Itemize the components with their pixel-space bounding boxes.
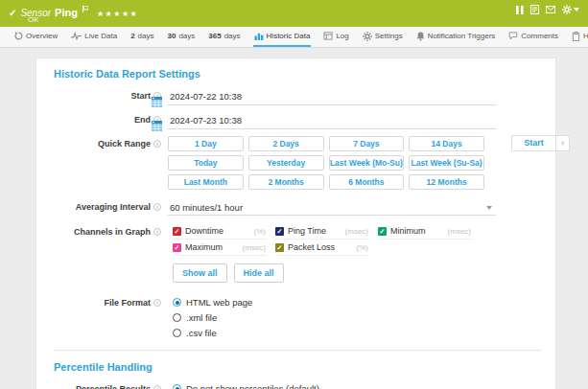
tab-comments[interactable]: Comments <box>507 27 559 47</box>
settings-dropdown-icon[interactable] <box>562 5 579 14</box>
end-label: End <box>134 115 151 125</box>
averaging-interval-select[interactable]: 60 minutes/1 hour <box>168 199 496 216</box>
tab-settings[interactable]: Settings <box>362 27 404 47</box>
hide-all-button[interactable]: Hide all <box>234 263 284 283</box>
email-icon[interactable] <box>546 6 555 13</box>
tab-historic-data[interactable]: Historic Data <box>253 27 312 47</box>
log-icon <box>323 32 333 40</box>
quick-range-1-day-button[interactable]: 1 Day <box>168 136 244 151</box>
show-all-button[interactable]: Show all <box>173 263 227 283</box>
pause-icon[interactable] <box>516 6 524 14</box>
averaging-interval-row: Averaging Interval i 60 minutes/1 hour <box>54 199 555 216</box>
quick-range-2-months-button[interactable]: 2 Months <box>248 174 324 190</box>
section-title-historic: Historic Data Report Settings <box>54 68 555 80</box>
radio-do-not-show-percentiles[interactable]: Do not show percentiles (default) <box>173 383 496 389</box>
radio-unselected-icon <box>173 329 181 337</box>
file-format-options: HTML web page .xml file .csv file <box>168 295 496 338</box>
tab-bar: Overview Live Data 2 days 30 days 365 da… <box>0 27 588 48</box>
info-icon[interactable]: i <box>153 203 161 211</box>
radio-csv-file[interactable]: .csv file <box>173 328 496 338</box>
channel-downtime: Downtime (%) <box>173 224 267 240</box>
radio-html-web-page[interactable]: HTML web page <box>173 297 496 308</box>
priority-stars[interactable]: ★★★★★ <box>97 10 138 18</box>
radio-xml-file[interactable]: .xml file <box>173 312 496 323</box>
checkbox-checked-icon[interactable] <box>173 227 181 236</box>
info-icon[interactable]: i <box>153 140 161 148</box>
start-datetime-input[interactable]: 2024-07-22 10:38 <box>168 88 496 105</box>
comments-icon <box>508 32 518 40</box>
quick-range-last-week-su-sa-button[interactable]: Last Week (Su-Sa) <box>409 155 484 171</box>
quick-range-yesterday-button[interactable]: Yesterday <box>248 155 324 171</box>
start-label: Start <box>130 91 151 101</box>
radio-unselected-icon <box>173 313 181 322</box>
caret-down-icon <box>574 8 579 11</box>
radio-selected-icon <box>173 384 181 389</box>
end-datetime-input[interactable]: 2024-07-23 10:38 <box>168 112 496 129</box>
tab-notification-triggers[interactable]: Notification Triggers <box>415 27 497 47</box>
section-title-percentile: Percentile Handling <box>54 361 555 373</box>
bell-icon <box>416 32 425 41</box>
checkbox-checked-icon[interactable] <box>275 243 284 252</box>
sensor-status: OK <box>28 15 39 24</box>
tab-2-days[interactable]: 2 days <box>129 27 154 47</box>
quick-range-row: Quick Range i 1 Day 2 Days 7 Days 14 Day… <box>54 136 555 190</box>
percentile-results-label: Percentile Results <box>76 384 151 389</box>
tab-live-data[interactable]: Live Data <box>70 27 118 47</box>
channel-ping-time: Ping Time (msec) <box>275 224 369 240</box>
history-icon <box>572 32 580 41</box>
percentile-options: Do not show percentiles (default) Show p… <box>168 381 496 389</box>
info-icon[interactable]: i <box>153 228 161 236</box>
end-row: End i 2024-07-23 10:38 <box>54 112 555 129</box>
tab-log[interactable]: Log <box>322 27 349 47</box>
percentile-results-row: Percentile Results i Do not show percent… <box>54 381 555 389</box>
quick-range-last-week-mo-su-button[interactable]: Last Week (Mo-Su) <box>329 155 405 171</box>
tab-30-days[interactable]: 30 days <box>167 27 197 47</box>
historic-data-settings-card: Historic Data Report Settings Start i 20… <box>35 57 556 389</box>
channels-label: Channels in Graph <box>74 227 151 237</box>
section-divider <box>54 350 542 351</box>
quick-range-12-months-button[interactable]: 12 Months <box>409 174 484 190</box>
historic-data-icon <box>254 32 264 40</box>
checkbox-checked-icon[interactable] <box>275 227 284 236</box>
sensor-header: ✓ Sensor Ping ★★★★★ OK <box>0 0 588 27</box>
status-ok-check-icon: ✓ <box>9 8 16 18</box>
info-icon[interactable]: i <box>153 385 161 389</box>
tab-365-days[interactable]: 365 days <box>207 27 241 47</box>
live-data-icon <box>71 32 82 40</box>
quick-range-6-months-button[interactable]: 6 Months <box>329 174 405 190</box>
chevron-right-icon[interactable]: › <box>556 135 570 151</box>
checkbox-checked-icon[interactable] <box>378 227 387 236</box>
gear-icon <box>363 32 372 41</box>
tab-history[interactable]: History <box>571 27 588 47</box>
channels-row: Channels in Graph i Downtime (%) Ping Ti… <box>54 224 555 283</box>
averaging-interval-label: Averaging Interval <box>76 202 151 212</box>
quick-range-7-days-button[interactable]: 7 Days <box>329 136 405 151</box>
chevron-down-icon <box>486 206 492 210</box>
quick-range-today-button[interactable]: Today <box>168 155 244 171</box>
channel-minimum: Minimum (msec) <box>378 224 472 240</box>
quick-range-last-month-button[interactable]: Last Month <box>168 174 244 190</box>
channel-packet-loss: Packet Loss (%) <box>275 240 369 256</box>
file-format-label: File Format <box>104 298 151 308</box>
report-icon[interactable] <box>530 5 539 14</box>
quick-range-14-days-button[interactable]: 14 Days <box>409 136 484 151</box>
radio-selected-icon <box>173 298 181 307</box>
start-report-button[interactable]: Start <box>511 135 556 151</box>
channel-checkbox-grid: Downtime (%) Ping Time (msec) Minimum (m… <box>168 224 496 256</box>
quick-range-2-days-button[interactable]: 2 Days <box>248 136 324 151</box>
calendar-icon[interactable] <box>152 118 162 135</box>
channel-maximum: Maximum (msec) <box>173 240 267 256</box>
checkbox-checked-icon[interactable] <box>173 243 181 252</box>
sensor-name: Ping <box>55 7 78 18</box>
info-icon[interactable]: i <box>153 299 161 307</box>
overview-icon <box>14 32 23 40</box>
quick-range-buttons: 1 Day 2 Days 7 Days 14 Days Today Yester… <box>168 136 484 190</box>
start-row: Start i 2024-07-22 10:38 <box>54 88 555 105</box>
quick-range-label: Quick Range <box>98 139 151 149</box>
calendar-icon[interactable] <box>152 94 162 111</box>
tab-overview[interactable]: Overview <box>13 27 59 47</box>
file-format-row: File Format i HTML web page .xml file .c… <box>54 295 555 338</box>
priority-flag-icon <box>82 0 88 16</box>
header-action-icons <box>516 5 579 14</box>
